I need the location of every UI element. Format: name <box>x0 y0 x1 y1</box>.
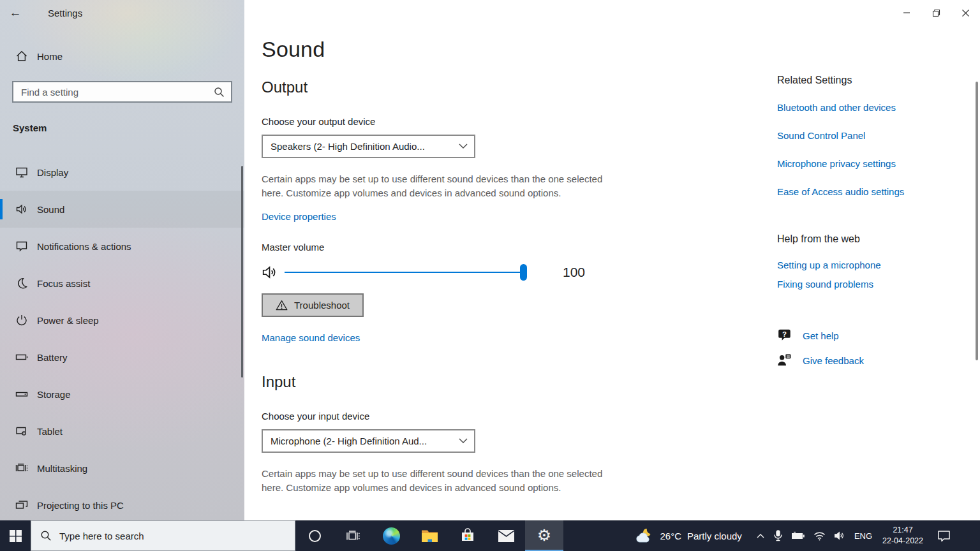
weather-widget[interactable]: 26°C Partly cloudy <box>635 527 752 544</box>
system-tray <box>752 530 849 541</box>
chevron-up-icon[interactable] <box>756 533 765 539</box>
titlebar: ← Settings <box>0 0 244 26</box>
related-settings-heading: Related Settings <box>777 75 969 86</box>
battery-icon[interactable] <box>791 531 805 540</box>
back-button[interactable]: ← <box>0 0 31 26</box>
sidebar-item-sound[interactable]: Sound <box>0 191 244 228</box>
sidebar-item-label: Battery <box>37 352 68 363</box>
taskbar-search-input[interactable] <box>59 531 295 541</box>
sidebar-home-label: Home <box>37 51 63 62</box>
sidebar: ← Settings Home System <box>0 0 244 520</box>
sidebar-item-battery[interactable]: Battery <box>0 339 244 376</box>
settings-window: ← Settings Home System <box>0 0 980 520</box>
feedback-group: ? Get help Give feedback <box>777 328 969 368</box>
output-device-value: Speakers (2- High Definition Audio... <box>271 141 459 152</box>
sidebar-item-notifications[interactable]: Notifications & actions <box>0 228 244 265</box>
close-button[interactable] <box>951 0 980 26</box>
clock-date: 22-04-2022 <box>882 536 923 547</box>
sidebar-item-display[interactable]: Display <box>0 154 244 191</box>
cortana-icon <box>309 530 321 542</box>
search-input[interactable] <box>13 87 214 98</box>
troubleshoot-button[interactable]: Troubleshoot <box>262 293 364 317</box>
setting-up-microphone-link[interactable]: Setting up a microphone <box>777 260 969 270</box>
ease-of-access-link[interactable]: Ease of Access audio settings <box>777 186 969 197</box>
microphone-privacy-link[interactable]: Microphone privacy settings <box>777 158 969 169</box>
search-icon[interactable] <box>214 87 225 98</box>
battery-icon <box>15 351 28 364</box>
sidebar-item-multitasking[interactable]: Multitasking <box>0 450 244 487</box>
window-controls <box>892 0 980 26</box>
cortana-button[interactable] <box>295 520 334 551</box>
mail-button[interactable] <box>487 520 525 551</box>
power-icon <box>15 314 28 327</box>
minimize-button[interactable] <box>892 0 921 26</box>
give-feedback-icon <box>777 353 792 368</box>
input-device-select[interactable]: Microphone (2- High Definition Aud... <box>262 429 475 453</box>
multitasking-icon <box>15 462 28 474</box>
tablet-icon <box>15 425 28 437</box>
sidebar-item-home[interactable]: Home <box>0 41 244 71</box>
main-scrollbar[interactable] <box>976 82 978 360</box>
task-view-button[interactable] <box>334 520 372 551</box>
sidebar-item-projecting[interactable]: Projecting to this PC <box>0 487 244 520</box>
sidebar-section-label: System <box>13 122 47 133</box>
taskbar-right: 26°C Partly cloudy <box>635 525 980 547</box>
output-description: Certain apps may be set up to use differ… <box>262 172 603 200</box>
file-explorer-button[interactable] <box>410 520 449 551</box>
edge-icon <box>383 527 400 545</box>
svg-text:?: ? <box>782 330 787 338</box>
wifi-icon[interactable] <box>813 531 826 541</box>
mail-icon <box>498 529 515 543</box>
master-volume-slider-row: 100 <box>262 263 619 282</box>
minimize-icon <box>903 9 910 17</box>
start-icon <box>9 529 22 543</box>
sidebar-item-tablet[interactable]: Tablet <box>0 413 244 450</box>
action-center-button[interactable] <box>937 530 951 542</box>
restore-button[interactable] <box>921 0 951 26</box>
sidebar-item-storage[interactable]: Storage <box>0 376 244 413</box>
volume-slider-thumb[interactable] <box>520 264 527 281</box>
start-button[interactable] <box>0 520 31 551</box>
output-device-label: Choose your output device <box>262 116 619 127</box>
clock-time: 21:47 <box>882 525 923 536</box>
notification-icon <box>937 530 951 542</box>
settings-app-button[interactable]: ⚙ <box>525 520 563 551</box>
fixing-sound-problems-link[interactable]: Fixing sound problems <box>777 279 969 290</box>
related-settings-group: Related Settings Bluetooth and other dev… <box>777 75 969 197</box>
output-device-select[interactable]: Speakers (2- High Definition Audio... <box>262 135 475 158</box>
get-help-icon: ? <box>777 328 792 343</box>
warning-icon <box>276 300 288 311</box>
desktop: ← Settings Home System <box>0 0 980 551</box>
sidebar-item-power-sleep[interactable]: Power & sleep <box>0 302 244 339</box>
give-feedback-link: Give feedback <box>803 355 864 366</box>
sidebar-item-focus-assist[interactable]: Focus assist <box>0 265 244 302</box>
get-help-row[interactable]: ? Get help <box>777 328 969 343</box>
give-feedback-row[interactable]: Give feedback <box>777 353 969 368</box>
sidebar-nav: Display Sound Notifications & actions <box>0 154 244 520</box>
input-device-label: Choose your input device <box>262 411 619 422</box>
edge-button[interactable] <box>372 520 410 551</box>
output-heading: Output <box>262 78 619 96</box>
manage-sound-devices-link[interactable]: Manage sound devices <box>262 332 360 343</box>
sidebar-item-label: Power & sleep <box>37 315 99 326</box>
troubleshoot-label: Troubleshoot <box>294 300 350 311</box>
help-from-web-heading: Help from the web <box>777 233 969 245</box>
sidebar-item-label: Projecting to this PC <box>37 500 124 511</box>
sidebar-item-label: Tablet <box>37 426 63 437</box>
device-properties-link[interactable]: Device properties <box>262 211 336 222</box>
volume-icon[interactable] <box>834 531 845 541</box>
display-icon <box>15 166 28 179</box>
app-title: Settings <box>48 8 82 18</box>
bluetooth-devices-link[interactable]: Bluetooth and other devices <box>777 102 969 113</box>
close-icon <box>961 9 970 17</box>
page-title: Sound <box>262 37 619 62</box>
store-button[interactable] <box>449 520 487 551</box>
language-indicator[interactable]: ENG <box>854 531 872 541</box>
volume-slider[interactable] <box>285 272 526 273</box>
taskbar-clock[interactable]: 21:47 22-04-2022 <box>882 525 923 547</box>
volume-speaker-icon[interactable] <box>262 264 278 281</box>
microphone-icon[interactable] <box>773 530 783 541</box>
sound-control-panel-link[interactable]: Sound Control Panel <box>777 130 969 141</box>
taskbar: ⚙ 26°C Partly cloudy <box>0 520 980 551</box>
sidebar-scrollbar[interactable] <box>241 166 243 378</box>
